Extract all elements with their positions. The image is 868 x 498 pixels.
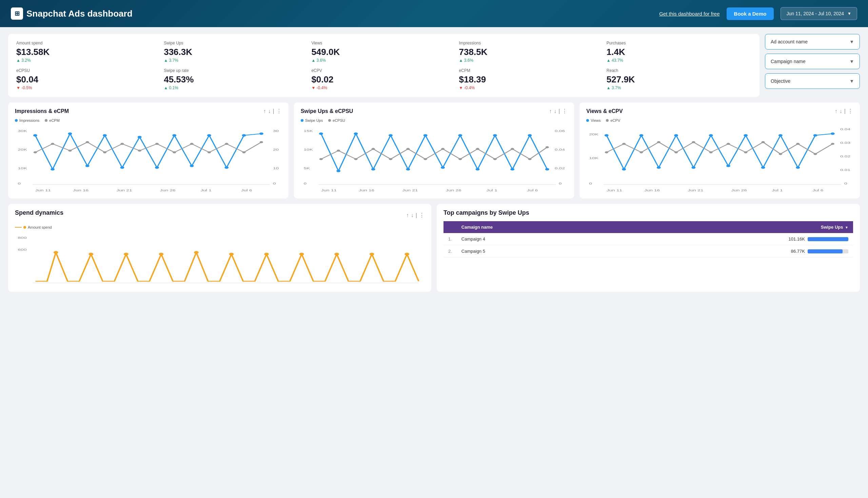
- divider: |: [273, 108, 274, 114]
- chart-controls-3: ↑ ↓ | ⋮: [835, 108, 853, 114]
- svg-point-60: [353, 133, 358, 135]
- svg-point-117: [640, 151, 643, 153]
- metric-item: Amount spend $13.58K ▲ 3.2%: [16, 41, 161, 63]
- chevron-down-icon: ▼: [849, 39, 854, 44]
- metric-label: Swipe Ups: [164, 41, 309, 45]
- svg-text:800: 800: [18, 236, 27, 239]
- arrow-up-icon[interactable]: ↑: [264, 108, 266, 114]
- svg-text:Jun 21: Jun 21: [402, 188, 418, 192]
- svg-text:Jun 26: Jun 26: [160, 188, 176, 192]
- bar-background: [807, 237, 848, 241]
- divider: |: [558, 108, 560, 114]
- metric-value: $0.02: [311, 74, 456, 85]
- svg-point-59: [336, 170, 340, 172]
- get-free-link[interactable]: Get this dashboard for free: [659, 11, 720, 17]
- svg-point-106: [692, 167, 696, 169]
- chart-controls-2: ↑ ↓ | ⋮: [549, 108, 567, 114]
- campaign-filter[interactable]: Campaign name ▼: [765, 54, 860, 69]
- svg-point-62: [389, 134, 393, 137]
- svg-point-113: [813, 134, 817, 137]
- metrics-card: Amount spend $13.58K ▲ 3.2% Swipe Ups 33…: [8, 34, 760, 97]
- svg-point-28: [259, 133, 264, 135]
- svg-text:20: 20: [273, 148, 279, 151]
- arrow-down-icon[interactable]: ↓: [411, 212, 414, 219]
- arrow-up-icon[interactable]: ↑: [406, 212, 409, 219]
- metric-change: ▼ -0.5%: [16, 86, 161, 90]
- campaigns-title: Top campaigns by Swipe Ups: [443, 209, 853, 217]
- ad-account-filter[interactable]: Ad account name ▼: [765, 34, 860, 50]
- svg-text:5K: 5K: [304, 167, 310, 170]
- svg-point-21: [138, 136, 142, 139]
- legend-views: Views: [586, 118, 600, 122]
- chart-title-1: Impressions & eCPM: [15, 108, 69, 114]
- metric-label: eCPSU: [16, 68, 161, 73]
- svg-point-58: [319, 133, 323, 135]
- svg-text:10K: 10K: [304, 148, 313, 151]
- svg-point-103: [640, 134, 643, 137]
- svg-point-29: [34, 151, 37, 153]
- swipe-ups-cell: 101.16K: [601, 233, 853, 245]
- svg-point-15: [33, 134, 37, 137]
- more-icon[interactable]: ⋮: [847, 108, 853, 114]
- svg-text:Jun 11: Jun 11: [35, 188, 51, 192]
- chevron-down-icon: ▼: [849, 78, 854, 84]
- arrow-down-icon[interactable]: ↓: [268, 108, 271, 114]
- col-swipe-ups[interactable]: Swipe Ups ▼: [601, 221, 853, 233]
- svg-point-118: [657, 141, 660, 143]
- rank-cell: 2.: [443, 245, 457, 258]
- objective-filter[interactable]: Objective ▼: [765, 73, 860, 89]
- svg-text:0.02: 0.02: [840, 155, 850, 158]
- svg-text:Jun 16: Jun 16: [73, 188, 89, 192]
- col-campaign-name[interactable]: Camaign name: [457, 221, 601, 233]
- bar-fill: [807, 249, 843, 253]
- svg-text:15K: 15K: [304, 129, 313, 133]
- svg-point-77: [406, 148, 410, 150]
- chevron-down-icon: ▼: [849, 59, 854, 64]
- spend-dynamics-title: Spend dynamics: [15, 209, 63, 217]
- more-icon[interactable]: ⋮: [562, 108, 567, 114]
- arrow-down-icon[interactable]: ↓: [840, 108, 842, 114]
- more-icon[interactable]: ⋮: [419, 212, 425, 219]
- more-icon[interactable]: ⋮: [276, 108, 282, 114]
- metric-value: 336.3K: [164, 47, 309, 57]
- arrow-down-icon[interactable]: ↓: [554, 108, 557, 114]
- spend-dynamics-card: Spend dynamics ↑ ↓ | ⋮ Amount spend 800: [8, 204, 431, 292]
- svg-point-32: [86, 141, 89, 143]
- chart-legend-3: Views eCPV: [586, 118, 853, 122]
- svg-point-116: [622, 143, 626, 145]
- svg-point-70: [528, 134, 532, 137]
- svg-text:0: 0: [273, 182, 276, 185]
- svg-point-34: [120, 143, 124, 145]
- date-range-selector[interactable]: Jun 11, 2024 - Jul 10, 2024 ▼: [780, 7, 857, 20]
- svg-point-61: [371, 168, 375, 171]
- svg-point-79: [441, 148, 444, 150]
- svg-text:Jul 6: Jul 6: [241, 188, 252, 192]
- arrow-up-icon[interactable]: ↑: [835, 108, 838, 114]
- svg-point-81: [476, 148, 479, 150]
- spend-controls: ↑ ↓ | ⋮: [406, 212, 425, 219]
- arrow-up-icon[interactable]: ↑: [549, 108, 552, 114]
- book-demo-button[interactable]: Book a Demo: [726, 8, 774, 20]
- svg-text:0.02: 0.02: [555, 167, 565, 170]
- chart-controls-1: ↑ ↓ | ⋮: [264, 108, 282, 114]
- svg-point-119: [675, 151, 678, 153]
- svg-text:Jun 21: Jun 21: [116, 188, 132, 192]
- metric-item: Purchases 1.4K ▲ 43.7%: [606, 41, 751, 63]
- svg-text:600: 600: [18, 248, 27, 251]
- sort-icon: ▼: [845, 226, 848, 229]
- metric-value: 527.9K: [606, 74, 751, 85]
- chart-title-2: Swipe Ups & eCPSU: [301, 108, 353, 114]
- metric-item: Swipe Ups 336.3K ▲ 3.7%: [164, 41, 309, 63]
- svg-text:Jul 1: Jul 1: [772, 188, 783, 192]
- svg-text:Jul 6: Jul 6: [527, 188, 538, 192]
- svg-point-31: [68, 149, 71, 152]
- svg-point-111: [778, 134, 783, 137]
- svg-point-19: [103, 134, 107, 137]
- svg-point-39: [208, 151, 211, 153]
- metric-label: Purchases: [606, 41, 751, 45]
- table-row: 2. Campaign 5 86.77K: [443, 245, 853, 258]
- svg-point-101: [604, 134, 609, 137]
- legend-ecpsu: eCPSU: [328, 118, 345, 122]
- svg-text:0: 0: [559, 182, 562, 185]
- metric-change: ▼ -0.4%: [311, 86, 456, 90]
